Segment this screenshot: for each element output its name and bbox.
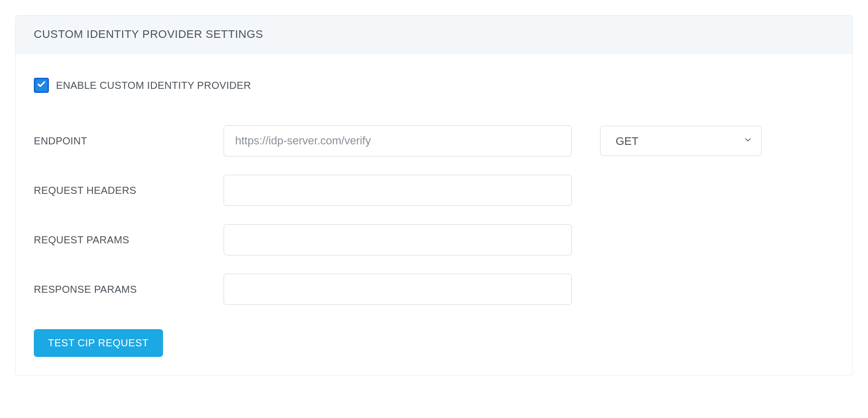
response-params-label: RESPONSE PARAMS xyxy=(34,284,224,295)
check-icon xyxy=(37,80,46,91)
request-headers-label: REQUEST HEADERS xyxy=(34,185,224,196)
response-params-input[interactable] xyxy=(224,274,572,305)
panel-header: CUSTOM IDENTITY PROVIDER SETTINGS xyxy=(16,16,852,54)
request-params-row: REQUEST PARAMS xyxy=(34,224,834,255)
enable-row: ENABLE CUSTOM IDENTITY PROVIDER xyxy=(34,78,834,93)
request-params-input[interactable] xyxy=(224,224,572,255)
request-headers-input[interactable] xyxy=(224,175,572,206)
panel-body: ENABLE CUSTOM IDENTITY PROVIDER ENDPOINT… xyxy=(16,54,852,375)
settings-panel: CUSTOM IDENTITY PROVIDER SETTINGS ENABLE… xyxy=(15,15,853,376)
panel-title: CUSTOM IDENTITY PROVIDER SETTINGS xyxy=(34,28,834,41)
request-params-label: REQUEST PARAMS xyxy=(34,234,224,246)
request-headers-row: REQUEST HEADERS xyxy=(34,175,834,206)
method-select[interactable]: GET xyxy=(600,126,762,156)
test-cip-button[interactable]: TEST CIP REQUEST xyxy=(34,329,163,357)
endpoint-row: ENDPOINT GET xyxy=(34,125,834,156)
endpoint-label: ENDPOINT xyxy=(34,135,224,147)
enable-checkbox[interactable] xyxy=(34,78,49,93)
enable-label: ENABLE CUSTOM IDENTITY PROVIDER xyxy=(56,80,251,91)
endpoint-input[interactable] xyxy=(224,125,572,156)
response-params-row: RESPONSE PARAMS xyxy=(34,274,834,305)
method-select-wrap: GET xyxy=(600,126,762,156)
